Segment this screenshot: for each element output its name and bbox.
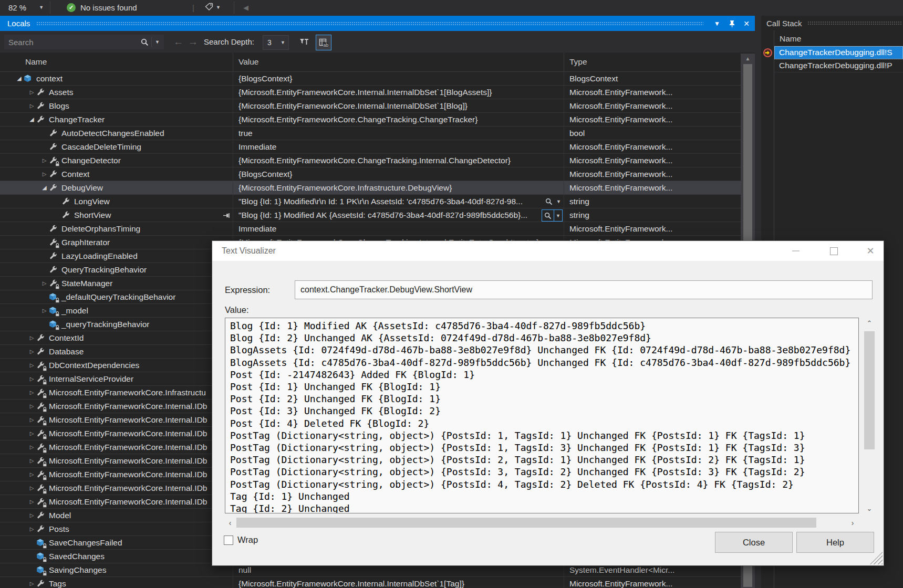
locals-title-bar[interactable]: Locals ▼ ✕ — [0, 16, 755, 31]
expand-arrow-icon[interactable]: ▷ — [27, 349, 36, 354]
expand-arrow-icon[interactable]: ▷ — [27, 376, 36, 382]
column-header-type[interactable]: Type — [564, 52, 741, 71]
expand-arrow-icon[interactable]: ▷ — [27, 390, 36, 395]
magnifier-icon[interactable] — [542, 210, 554, 221]
locals-row[interactable]: ShortView"Blog {Id: 1} Modified AK {Asse… — [0, 208, 741, 222]
locals-row[interactable]: ◢DebugView{Microsoft.EntityFrameworkCore… — [0, 181, 741, 195]
dialog-title-bar[interactable]: Text Visualizer ✕ — [212, 241, 884, 261]
collapse-arrow-icon[interactable]: ◢ — [40, 184, 49, 191]
maximize-button[interactable] — [825, 241, 843, 261]
expand-arrow-icon[interactable]: ▷ — [27, 89, 36, 95]
value-horizontal-scrollbar[interactable]: ‹ › — [225, 517, 859, 528]
issues-status[interactable]: ✓ No issues found — [67, 0, 137, 15]
search-depth-combo[interactable]: 3 ▼ — [263, 35, 289, 50]
expand-arrow-icon[interactable]: ▷ — [40, 171, 49, 177]
chevron-down-icon: ▼ — [216, 5, 221, 10]
expand-arrow-icon[interactable]: ▷ — [40, 280, 49, 286]
expression-field[interactable]: context.ChangeTracker.DebugView.ShortVie… — [295, 280, 873, 299]
tag-button[interactable]: ▼ — [205, 0, 221, 15]
scroll-left-icon[interactable]: ‹ — [225, 517, 235, 528]
locals-row[interactable]: LongView"Blog {Id: 1} Modified\r\n Id: 1… — [0, 195, 741, 208]
locals-row[interactable]: ◢context{BlogsContext}BlogsContext — [0, 72, 741, 86]
column-header-name[interactable]: Name — [0, 52, 233, 71]
filter-icon[interactable] — [297, 35, 312, 49]
visualizer-caret-icon[interactable]: ▼ — [554, 210, 562, 221]
search-next-button[interactable]: → — [188, 31, 198, 52]
expand-arrow-icon[interactable]: ▷ — [27, 362, 36, 368]
field-cube-icon — [24, 75, 34, 83]
variable-value: true — [238, 129, 253, 138]
search-options-caret-icon[interactable]: ▼ — [155, 39, 160, 45]
expand-arrow-icon[interactable]: ▷ — [27, 335, 36, 341]
locals-row[interactable]: ▷Context{BlogsContext}Microsoft.EntityFr… — [0, 167, 741, 181]
variable-name-cell: ▷Microsoft.EntityFrameworkCore.Internal.… — [0, 495, 233, 508]
scroll-up-icon[interactable]: ▲ — [741, 54, 755, 63]
locals-row[interactable]: ▷ChangeDetector{Microsoft.EntityFramewor… — [0, 154, 741, 167]
expand-arrow-icon[interactable]: ▷ — [27, 581, 36, 586]
expand-arrow-icon[interactable]: ▷ — [27, 444, 36, 450]
expand-arrow-icon[interactable]: ▷ — [27, 417, 36, 423]
search-depth-label: Search Depth: — [204, 31, 254, 52]
zoom-level-combo[interactable]: 82 % ▼ — [8, 0, 44, 15]
expand-arrow-icon[interactable]: ▷ — [40, 158, 49, 163]
locals-row[interactable]: ▷Assets{Microsoft.EntityFrameworkCore.In… — [0, 86, 741, 99]
column-header-value[interactable]: Value — [233, 52, 564, 71]
expand-arrow-icon[interactable]: ▷ — [27, 471, 36, 477]
property-wrench-icon — [49, 225, 59, 233]
locals-row[interactable]: ▷Tags{Microsoft.EntityFrameworkCore.Inte… — [0, 577, 741, 588]
wrap-checkbox[interactable] — [224, 536, 233, 545]
help-button[interactable]: Help — [796, 532, 874, 553]
callstack-title-bar[interactable]: Call Stack — [761, 16, 903, 30]
value-textarea[interactable]: Blog {Id: 1} Modified AK {AssetsId: c478… — [225, 318, 859, 513]
expand-arrow-icon[interactable]: ▷ — [27, 403, 36, 409]
search-prev-button[interactable]: ← — [173, 31, 183, 52]
variable-type: Microsoft.EntityFramework... — [564, 99, 741, 112]
scroll-right-icon[interactable]: › — [847, 517, 858, 528]
value-vertical-scrollbar[interactable]: ⌃ ⌄ — [863, 318, 876, 513]
resize-grip[interactable] — [870, 552, 883, 564]
expand-arrow-icon[interactable]: ▷ — [27, 103, 36, 109]
back-chevron-icon[interactable]: ◀ — [243, 0, 248, 15]
text-table-view-icon[interactable]: ab — [316, 35, 331, 50]
locals-row[interactable]: ▷Blogs{Microsoft.EntityFrameworkCore.Int… — [0, 99, 741, 113]
close-icon[interactable]: ✕ — [740, 18, 753, 29]
locals-row[interactable]: DeleteOrphansTimingImmediateMicrosoft.En… — [0, 222, 741, 236]
expand-arrow-icon[interactable]: ▷ — [27, 499, 36, 505]
locals-row[interactable]: AutoDetectChangesEnabledtruebool — [0, 127, 741, 140]
drag-grip[interactable] — [807, 20, 902, 26]
minimize-button[interactable] — [787, 241, 805, 261]
property-wrench-icon — [36, 457, 47, 465]
expand-arrow-icon[interactable]: ▷ — [27, 485, 36, 491]
visualizer-caret-icon[interactable]: ▼ — [555, 196, 563, 207]
close-button[interactable]: ✕ — [862, 241, 879, 261]
pinned-icon[interactable] — [223, 212, 231, 221]
collapse-arrow-icon[interactable]: ◢ — [27, 116, 36, 123]
scroll-down-icon[interactable]: ⌄ — [863, 503, 876, 513]
scroll-up-icon[interactable]: ⌃ — [863, 318, 876, 328]
drag-grip[interactable] — [36, 21, 703, 26]
expand-arrow-icon[interactable]: ▷ — [27, 458, 36, 464]
magnifier-icon[interactable] — [543, 196, 555, 207]
variable-name-cell: LazyLoadingEnabled — [0, 249, 233, 262]
search-input[interactable]: Search ▼ — [4, 35, 164, 49]
scrollbar-thumb[interactable] — [236, 518, 816, 528]
close-dialog-button[interactable]: Close — [715, 532, 793, 553]
variable-name-cell: ShortView — [0, 208, 233, 222]
callstack-column-header[interactable]: Name — [774, 32, 903, 46]
expand-arrow-icon[interactable]: ▷ — [40, 308, 49, 313]
variable-name-cell: ▷Posts — [0, 522, 233, 536]
window-position-icon[interactable]: ▼ — [711, 18, 723, 29]
pin-icon[interactable] — [725, 18, 738, 29]
locals-row[interactable]: CascadeDeleteTimingImmediateMicrosoft.En… — [0, 140, 741, 154]
scrollbar-thumb[interactable] — [864, 331, 875, 449]
variable-name: GraphIterator — [61, 238, 110, 247]
locals-row[interactable]: ◢ChangeTracker{Microsoft.EntityFramework… — [0, 113, 741, 127]
collapse-arrow-icon[interactable]: ◢ — [15, 75, 24, 82]
callstack-frame[interactable]: ChangeTrackerDebugging.dll!P — [774, 59, 903, 72]
search-icon[interactable] — [138, 38, 151, 46]
variable-name-cell: DeleteOrphansTiming — [0, 222, 233, 235]
expand-arrow-icon[interactable]: ▷ — [27, 512, 36, 518]
expand-arrow-icon[interactable]: ▷ — [27, 526, 36, 532]
callstack-frame[interactable]: ChangeTrackerDebugging.dll!S — [774, 46, 903, 59]
expand-arrow-icon[interactable]: ▷ — [27, 430, 36, 436]
